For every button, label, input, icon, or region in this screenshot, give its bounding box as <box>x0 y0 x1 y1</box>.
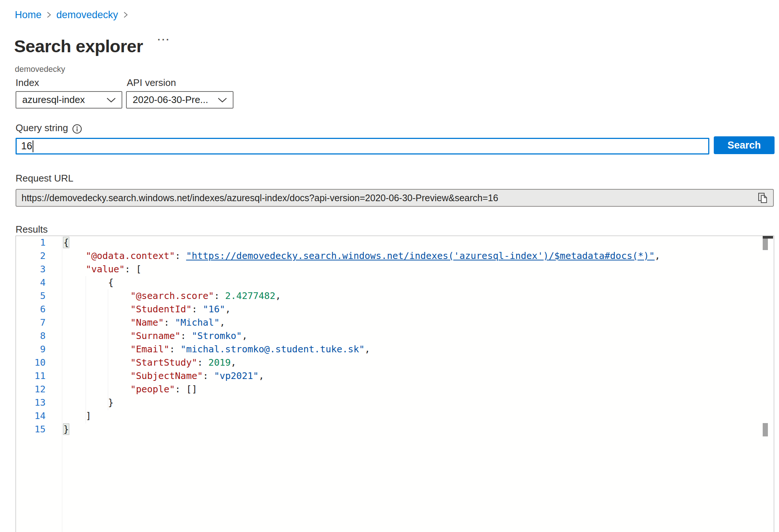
code-text: "Email": "michal.stromko@.student.tuke.s… <box>63 343 370 356</box>
code-text: "@search.score": 2.4277482, <box>63 289 281 303</box>
query-string-input[interactable]: 16 <box>16 138 709 154</box>
line-number: 7 <box>16 316 46 329</box>
code-line[interactable]: 12 "people": [] <box>16 383 774 396</box>
search-explorer-page: Home demovedecky Search explorer ··· dem… <box>0 0 779 532</box>
index-select-value: azuresql-index <box>22 94 85 106</box>
line-number: 11 <box>16 369 46 383</box>
line-number: 1 <box>16 236 46 249</box>
line-number: 15 <box>16 423 46 436</box>
code-line[interactable]: 10 "StartStudy": 2019, <box>16 356 774 369</box>
index-label: Index <box>16 77 39 89</box>
code-line[interactable]: 6 "StudentId": "16", <box>16 303 774 316</box>
code-line[interactable]: 9 "Email": "michal.stromko@.student.tuke… <box>16 343 774 356</box>
code-text: "value": [ <box>63 263 142 276</box>
index-select[interactable]: azuresql-index <box>16 91 122 109</box>
breadcrumb-home-link[interactable]: Home <box>15 9 42 21</box>
overview-ruler-top-decoration <box>763 236 773 239</box>
search-button[interactable]: Search <box>714 136 775 154</box>
request-url-label: Request URL <box>16 173 73 184</box>
line-number: 12 <box>16 383 46 396</box>
line-number: 5 <box>16 289 46 303</box>
code-text: "@odata.context": "https://demovedecky.s… <box>63 249 660 263</box>
code-text: "StudentId": "16", <box>63 303 231 316</box>
code-line[interactable]: 4 { <box>16 276 774 289</box>
code-line[interactable]: 15} <box>16 423 774 436</box>
code-line[interactable]: 14 ] <box>16 409 774 423</box>
code-text: "SubjectName": "vp2021", <box>63 369 264 383</box>
code-line[interactable]: 5 "@search.score": 2.4277482, <box>16 289 774 303</box>
copy-icon[interactable] <box>756 192 769 205</box>
line-number: 10 <box>16 356 46 369</box>
chevron-down-icon <box>106 94 116 106</box>
line-number: 2 <box>16 249 46 263</box>
code-text: { <box>63 236 69 249</box>
code-text: { <box>63 276 113 289</box>
chevron-right-icon <box>46 11 52 19</box>
code-text: "Name": "Michal", <box>63 316 225 329</box>
code-line[interactable]: 7 "Name": "Michal", <box>16 316 774 329</box>
page-title: Search explorer <box>14 36 143 56</box>
request-url-field[interactable]: https://demovedecky.search.windows.net/i… <box>16 189 774 207</box>
code-text: } <box>63 423 69 436</box>
query-string-label: Query string <box>16 122 68 134</box>
chevron-right-icon <box>123 11 129 19</box>
breadcrumb: Home demovedecky <box>15 8 129 21</box>
code-text: } <box>63 396 113 409</box>
text-caret <box>33 140 33 152</box>
api-version-label: API version <box>127 77 176 89</box>
more-menu-button[interactable]: ··· <box>158 34 170 46</box>
results-editor[interactable]: 1{2 "@odata.context": "https://demovedec… <box>16 236 774 532</box>
line-number: 8 <box>16 329 46 343</box>
code-text: "StartStudy": 2019, <box>63 356 236 369</box>
code-line[interactable]: 1{ <box>16 236 774 249</box>
line-number: 14 <box>16 409 46 423</box>
line-number: 13 <box>16 396 46 409</box>
info-icon[interactable] <box>72 124 82 134</box>
line-number: 9 <box>16 343 46 356</box>
line-number: 4 <box>16 276 46 289</box>
breadcrumb-demovedecky-link[interactable]: demovedecky <box>56 9 118 21</box>
scrollbar-thumb[interactable] <box>763 239 768 250</box>
overview-ruler-mark <box>763 423 768 436</box>
code-text: "Surname": "Stromko", <box>63 329 248 343</box>
code-line[interactable]: 13 } <box>16 396 774 409</box>
code-line[interactable]: 11 "SubjectName": "vp2021", <box>16 369 774 383</box>
code-line[interactable]: 8 "Surname": "Stromko", <box>16 329 774 343</box>
query-string-value: 16 <box>21 140 32 152</box>
line-number: 6 <box>16 303 46 316</box>
api-version-select[interactable]: 2020-06-30-Pre... <box>126 91 233 109</box>
chevron-down-icon <box>217 94 228 106</box>
page-subtitle: demovedecky <box>15 64 65 74</box>
api-version-select-value: 2020-06-30-Pre... <box>133 94 208 106</box>
code-line[interactable]: 2 "@odata.context": "https://demovedecky… <box>16 249 774 263</box>
code-text: ] <box>63 409 91 423</box>
code-text: "people": [] <box>63 383 197 396</box>
line-number: 3 <box>16 263 46 276</box>
code-line[interactable]: 3 "value": [ <box>16 263 774 276</box>
results-label: Results <box>16 224 48 235</box>
